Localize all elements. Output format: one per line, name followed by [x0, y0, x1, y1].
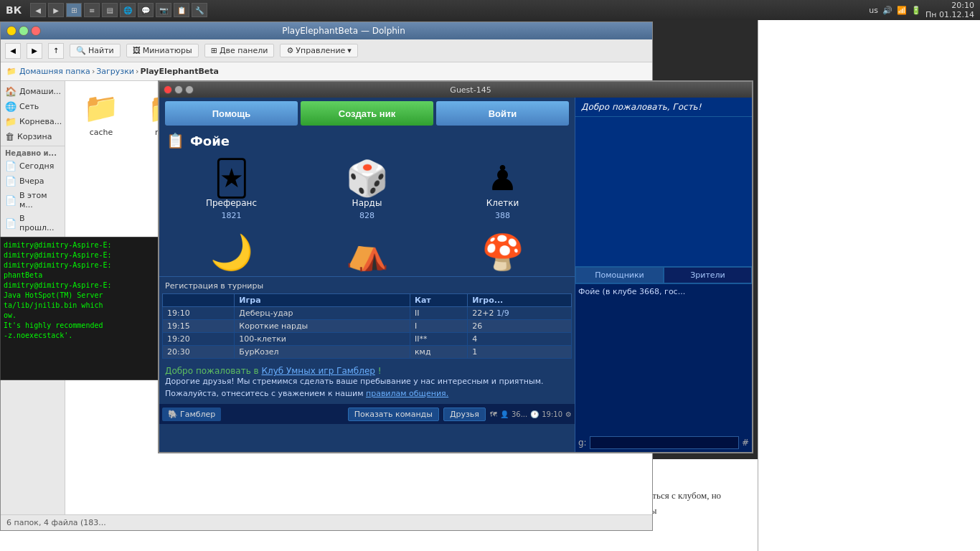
- chat-tab-helpers[interactable]: Помощники: [575, 267, 664, 283]
- trash-icon: 🗑: [5, 131, 14, 142]
- register-button[interactable]: Создать ник: [301, 101, 433, 126]
- taskbar-app-settings[interactable]: 🔧: [192, 3, 207, 17]
- fm-thumbnails-button[interactable]: 🖼 Миниатюры: [126, 44, 199, 57]
- friends-button[interactable]: Друзья: [443, 408, 486, 421]
- taskbar-volume-icon[interactable]: 🔊: [882, 6, 892, 15]
- chat-input-area: g: #: [575, 433, 752, 452]
- taskbar-app-dolphin[interactable]: ⊞: [66, 3, 82, 17]
- row2-players: 26: [468, 320, 572, 333]
- terminal-line-1: dimitry@dimitry-Aspire-E:: [4, 240, 161, 250]
- table-row[interactable]: 19:15 Короткие нарды I 26: [163, 320, 572, 333]
- gambler-tab[interactable]: 🐘 Гамблер: [162, 408, 221, 421]
- game-minimize-button[interactable]: [174, 85, 183, 94]
- login-button[interactable]: Войти: [436, 101, 569, 126]
- row2-cat: I: [410, 320, 467, 333]
- fm-up-button[interactable]: ↑: [48, 43, 64, 59]
- fm-back-button[interactable]: ◀: [5, 43, 21, 59]
- fm-address-icon: 📁: [6, 67, 17, 76]
- sidebar-item-network[interactable]: 🌐 Сеть: [1, 99, 65, 114]
- game-item-mushroom[interactable]: 🍄: [436, 230, 569, 273]
- welcome-club-link[interactable]: Добро пожаловать в Клуб Умных игр Гамбле…: [165, 366, 569, 376]
- table-row[interactable]: 20:30 БурКозел кмд 1: [163, 346, 572, 359]
- game-item-nardy[interactable]: 🎲 Нарды 828: [301, 156, 433, 225]
- sidebar-item-last-month[interactable]: 📄 В прошл...: [1, 212, 65, 235]
- chat-tabs: Помощники Зрители: [575, 266, 752, 283]
- taskbar-wifi-icon: 📶: [897, 6, 907, 15]
- taskbar-clock: 20:10 Пн 01.12.14: [925, 1, 974, 19]
- taskbar-app-browser[interactable]: 🌐: [120, 3, 136, 17]
- club-link[interactable]: Клуб Умных игр Гамблер: [261, 366, 374, 376]
- tournament-table: Игра Кат Игро... 19:10 Деберц-удар II 22…: [162, 293, 572, 359]
- game-item-kletki[interactable]: ♟ Клетки 388: [436, 156, 569, 225]
- foyer-title: 📋 Фойе: [159, 129, 575, 154]
- chat-input[interactable]: [590, 436, 739, 449]
- sidebar-item-trash-label: Корзина: [17, 132, 52, 141]
- taskbar-app-chat[interactable]: 💬: [138, 3, 154, 17]
- taskbar-app-4[interactable]: ≡: [84, 3, 100, 17]
- game-maximize-button[interactable]: [185, 85, 194, 94]
- game-close-button[interactable]: [164, 85, 172, 94]
- fm-breadcrumb-downloads[interactable]: Загрузки: [96, 67, 134, 76]
- game-item-preferans[interactable]: 🃏 Преферанс 1821: [165, 156, 298, 225]
- row1-players: 22+2 1/9: [468, 307, 572, 320]
- preferans-count: 1821: [222, 211, 242, 220]
- fm-sidebar-section-recent: Недавно и...: [1, 146, 65, 159]
- chat-tab-viewers[interactable]: Зрители: [664, 267, 752, 283]
- row3-cat: II**: [410, 333, 467, 346]
- sidebar-item-home-label: Домаши...: [19, 87, 61, 96]
- help-button[interactable]: Помощь: [165, 101, 298, 126]
- last-month-icon: 📄: [5, 218, 17, 229]
- fm-close-button[interactable]: [31, 26, 41, 36]
- row3-players: 4: [468, 333, 572, 346]
- chat-foyer-label: Фойе (в клубе 3668, гос...: [578, 287, 749, 296]
- file-item-cache[interactable]: 📁 cache: [72, 88, 130, 140]
- sidebar-item-home[interactable]: 🏠 Домаши...: [1, 84, 65, 99]
- game-row-2: 🌙 ⛺ 🍄: [162, 227, 572, 276]
- row4-players: 1: [468, 346, 572, 359]
- welcome-area: Добро пожаловать в Клуб Умных игр Гамбле…: [159, 362, 575, 404]
- terminal-line-3: dimitry@dimitry-Aspire-E:: [4, 260, 161, 270]
- clock-time: 20:10: [925, 1, 974, 10]
- network-icon: 🌐: [5, 101, 17, 112]
- fm-breadcrumb-home[interactable]: Домашняя папка: [19, 67, 90, 76]
- sidebar-item-root[interactable]: 📁 Корнева...: [1, 114, 65, 129]
- taskbar-app-1[interactable]: ◀: [30, 3, 46, 17]
- table-row[interactable]: 19:10 Деберц-удар II 22+2 1/9: [163, 307, 572, 320]
- taskbar-app-9[interactable]: 📋: [174, 3, 189, 17]
- row1-time: 19:10: [163, 307, 235, 320]
- terminal-window[interactable]: dimitry@dimitry-Aspire-E: dimitry@dimitr…: [0, 237, 165, 380]
- game-item-tent[interactable]: ⛺: [301, 230, 433, 273]
- fm-forward-button[interactable]: ▶: [27, 43, 42, 59]
- chat-welcome-message: Добро пожаловать, Гость!: [575, 98, 752, 117]
- clock-icon: 🕐: [530, 410, 539, 418]
- game-header-buttons: Помощь Создать ник Войти: [159, 98, 575, 129]
- row1-cat: II: [410, 307, 467, 320]
- sidebar-item-today[interactable]: 📄 Сегодня: [1, 159, 65, 174]
- terminal-line-10: -z.noexecstack'.: [4, 331, 161, 341]
- fm-manage-button[interactable]: ⚙ Управление ▾: [280, 44, 357, 57]
- sidebar-item-network-label: Сеть: [19, 102, 39, 111]
- preferans-name: Преферанс: [206, 198, 257, 208]
- taskbar-app-8[interactable]: 📷: [156, 3, 171, 17]
- fm-find-button[interactable]: 🔍 Найти: [70, 44, 121, 57]
- fm-maximize-button[interactable]: [19, 26, 29, 36]
- fm-two-panels-button[interactable]: ⊞ Две панели: [204, 44, 275, 57]
- home-icon: 🏠: [5, 86, 17, 97]
- sidebar-item-yesterday[interactable]: 📄 Вчера: [1, 174, 65, 189]
- game-item-moon[interactable]: 🌙: [165, 230, 298, 273]
- game-client-window: Guest-145 Помощь Создать ник Войти 📋 Фой…: [158, 80, 753, 453]
- sidebar-item-this-month[interactable]: 📄 В этом м...: [1, 189, 65, 212]
- taskbar-lang: us: [869, 6, 878, 15]
- browser-content-area: [758, 20, 980, 551]
- fm-minimize-button[interactable]: [6, 26, 17, 36]
- table-row[interactable]: 19:20 100-клетки II** 4: [163, 333, 572, 346]
- sidebar-item-trash[interactable]: 🗑 Корзина: [1, 129, 65, 144]
- show-commands-button[interactable]: Показать команды: [348, 408, 439, 421]
- taskbar-app-5[interactable]: ▤: [102, 3, 118, 17]
- chat-label: g:: [578, 438, 587, 448]
- taskbar-app-2[interactable]: ▶: [48, 3, 64, 17]
- rules-link[interactable]: правилам общения.: [366, 389, 448, 398]
- sidebar-item-root-label: Корнева...: [19, 117, 62, 126]
- settings-icon[interactable]: ⚙: [565, 410, 572, 418]
- sidebar-item-today-label: Сегодня: [19, 161, 54, 171]
